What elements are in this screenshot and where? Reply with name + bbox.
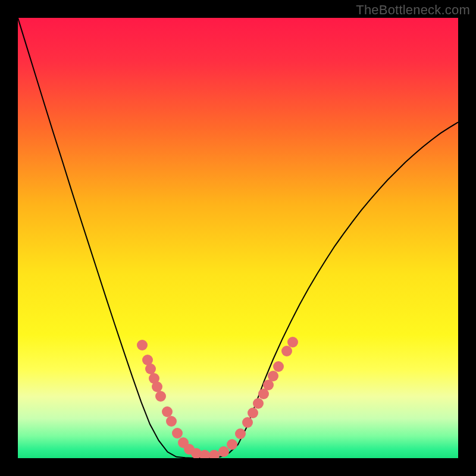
marker-dot xyxy=(248,408,258,418)
marker-dot xyxy=(162,406,173,417)
watermark-text: TheBottleneck.com xyxy=(356,2,470,18)
marker-dot xyxy=(172,428,183,439)
marker-group xyxy=(137,337,298,458)
marker-dot xyxy=(287,337,298,347)
marker-dot xyxy=(209,450,220,458)
marker-dot xyxy=(137,340,148,350)
marker-dot xyxy=(155,391,166,402)
marker-dot xyxy=(253,398,264,409)
bottleneck-curve xyxy=(18,18,458,458)
plot-area xyxy=(18,18,458,458)
marker-dot xyxy=(218,446,229,457)
marker-dot xyxy=(273,361,284,372)
marker-dot xyxy=(227,439,237,450)
marker-dot xyxy=(268,371,278,381)
curve-layer xyxy=(18,18,458,458)
marker-dot xyxy=(242,417,253,428)
marker-dot xyxy=(235,428,246,439)
marker-dot xyxy=(145,364,156,374)
chart-frame: TheBottleneck.com xyxy=(0,0,476,476)
marker-dot xyxy=(166,416,177,427)
marker-dot xyxy=(281,346,292,356)
marker-dot xyxy=(152,381,162,392)
